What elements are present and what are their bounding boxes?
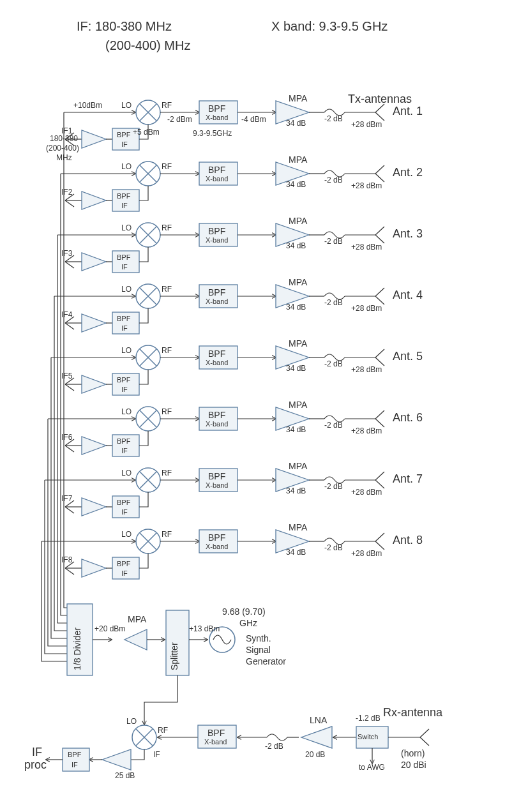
lo-power: +10dBm — [73, 101, 102, 110]
rf-lbl: RF — [162, 223, 172, 232]
ant-pwr: +28 dBm — [351, 181, 382, 190]
mpa-lbl: MPA — [289, 338, 307, 349]
div-mpa: MPA — [128, 614, 146, 624]
rf-lbl: RF — [162, 101, 172, 110]
bpf-if: BPF — [117, 192, 130, 200]
mpa-lbl: MPA — [289, 400, 307, 410]
rx-bpf-if2: IF — [72, 761, 78, 769]
rx-rf: RF — [158, 726, 168, 735]
bpf-if-sub: IF — [121, 263, 128, 271]
lo-lbl: LO — [121, 407, 132, 416]
lo-lbl: LO — [121, 101, 132, 110]
if-lbl: IF7 — [61, 494, 72, 503]
mpa-lbl: MPA — [289, 154, 307, 165]
svg-marker-36 — [82, 559, 106, 577]
ant-pwr: +28 dBm — [351, 304, 382, 313]
rx-lna: LNA — [310, 715, 327, 725]
splitter-label: Splitter — [169, 642, 179, 670]
rx-bpf: BPF — [207, 728, 225, 738]
bpf-lbl: BPF — [208, 471, 225, 481]
rx-if: IF — [153, 750, 160, 759]
cable-loss: -2 dB — [324, 298, 343, 307]
bpf-if: BPF — [117, 560, 130, 568]
bpf-band: X-band — [206, 481, 228, 489]
if-in-l3: MHz — [56, 153, 72, 162]
if-lbl: IF6 — [61, 433, 72, 442]
mpa-gain: 34 dB — [286, 180, 306, 189]
cable-loss: -2 dB — [324, 176, 343, 184]
ant-label: Ant. 2 — [393, 166, 423, 179]
if-in-l2: (200-400) — [46, 144, 79, 153]
rx-lo: LO — [126, 717, 137, 726]
mpa-lbl: MPA — [289, 216, 307, 226]
lo-lbl: LO — [121, 530, 132, 539]
rx-switch-loss: -1.2 dB — [356, 714, 381, 723]
if-lbl: IF5 — [61, 372, 72, 380]
bpf-out: -4 dBm — [241, 115, 266, 124]
ant-label: Ant. 7 — [393, 472, 423, 486]
bpf-lbl: BPF — [208, 287, 225, 297]
bpf-band: X-band — [206, 297, 228, 305]
bpf-band: X-band — [206, 420, 228, 428]
ant-label: Ant. 5 — [393, 350, 423, 363]
rf-lbl: RF — [162, 162, 172, 171]
rf-lbl: RF — [162, 346, 172, 355]
bpf-lbl: BPF — [208, 532, 225, 543]
svg-marker-48 — [102, 749, 131, 770]
rx-bpf-if: BPF — [68, 751, 81, 758]
mpa-gain: 34 dB — [286, 303, 306, 312]
svg-marker-21 — [82, 375, 106, 393]
if-lbl: IF3 — [61, 249, 72, 258]
bpf-if-sub: IF — [121, 202, 128, 209]
svg-marker-26 — [82, 437, 106, 455]
ant-label: Ant. 1 — [393, 105, 423, 118]
if-lbl: IF2 — [61, 188, 72, 197]
mpa-gain: 34 dB — [286, 425, 306, 434]
svg-marker-46 — [301, 726, 332, 748]
sig-unit: GHz — [239, 618, 257, 628]
rx-switch: Switch — [358, 733, 378, 741]
bpf-if-sub: IF — [121, 447, 128, 455]
mpa-lbl: MPA — [289, 461, 307, 471]
bpf-if: BPF — [117, 315, 130, 322]
if-lbl: IF4 — [61, 310, 72, 319]
mpa-lbl: MPA — [289, 522, 307, 532]
ant-label: Ant. 8 — [393, 534, 423, 547]
lo-lbl: LO — [121, 223, 132, 232]
lo-lbl: LO — [121, 469, 132, 477]
rf-lbl: RF — [162, 530, 172, 539]
rx-to-awg: to AWG — [359, 763, 385, 772]
cable-loss: -2 dB — [324, 482, 343, 491]
if-lbl: IF8 — [61, 555, 72, 564]
ant-pwr: +28 dBm — [351, 549, 382, 558]
rf-lbl: RF — [162, 469, 172, 477]
ant-pwr: +28 dBm — [351, 365, 382, 374]
svg-marker-31 — [82, 498, 106, 516]
svg-marker-6 — [82, 192, 106, 209]
rx-loss: -2 dB — [265, 742, 283, 751]
sig-pwr: +13 dBm — [189, 624, 220, 633]
cable-loss: -2 dB — [324, 421, 343, 430]
ant-label: Ant. 6 — [393, 411, 423, 425]
cable-loss: -2 dB — [324, 114, 343, 123]
bpf-if: BPF — [117, 499, 130, 506]
lo-lbl: LO — [121, 346, 132, 355]
mpa-gain: 34 dB — [286, 241, 306, 250]
bpf-band: X-band — [206, 175, 228, 183]
mpa-lbl: MPA — [289, 277, 307, 287]
divider-label: 1/8 Divider — [72, 628, 82, 670]
bpf-if: BPF — [117, 437, 130, 445]
cable-loss: -2 dB — [324, 237, 343, 246]
bpf-band: X-band — [206, 114, 228, 121]
bpf-band: X-band — [206, 236, 228, 244]
svg-marker-1 — [82, 130, 106, 148]
bpf-if-sub: IF — [121, 508, 128, 516]
bpf-if: BPF — [117, 131, 130, 139]
lo-lbl: LO — [121, 162, 132, 171]
bpf-if-sub: IF — [121, 140, 128, 148]
svg-marker-41 — [124, 629, 147, 650]
svg-marker-16 — [82, 314, 106, 332]
ant-pwr: +28 dBm — [351, 426, 382, 435]
sig-name2: Signal — [246, 645, 271, 655]
cable-loss: -2 dB — [324, 543, 343, 552]
